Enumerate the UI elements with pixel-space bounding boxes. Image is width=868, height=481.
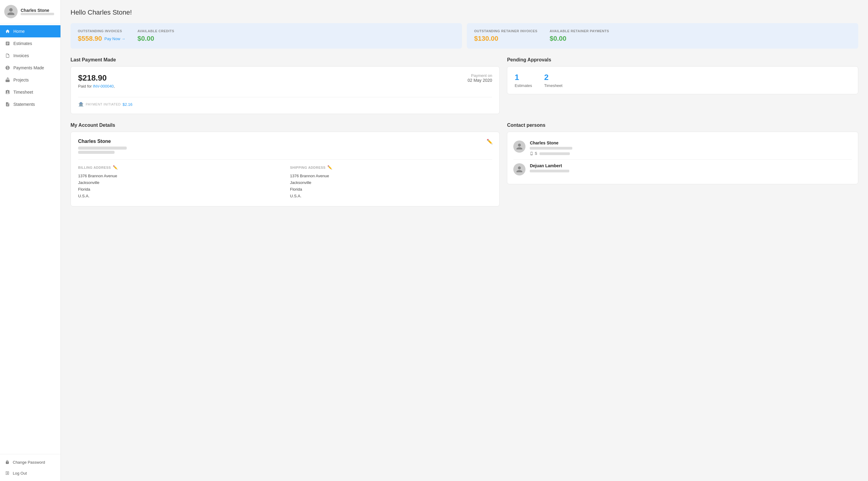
contact-persons-col: Contact persons Charles Stone S bbox=[507, 123, 858, 206]
last-payment-top: $218.90 Paid for INV-000040, Payment on … bbox=[78, 73, 492, 93]
contact-avatar-charles bbox=[513, 141, 525, 153]
contact-person-dejuan: Dejuan Lambert bbox=[513, 159, 852, 179]
payments-icon bbox=[5, 65, 10, 70]
sidebar-user-info: Charles Stone bbox=[21, 8, 54, 15]
outstanding-invoices-value: $558.90 Pay Now → bbox=[78, 35, 125, 42]
main-content: Hello Charles Stone! OUTSTANDING INVOICE… bbox=[61, 0, 868, 481]
sidebar-item-change-password[interactable]: Change Password bbox=[0, 457, 60, 468]
sidebar-nav: Home Estimates Invoices Payments Made bbox=[0, 23, 60, 454]
edit-shipping-button[interactable]: ✏️ bbox=[327, 165, 333, 170]
last-payment-left: $218.90 Paid for INV-000040, bbox=[78, 73, 115, 93]
sidebar-item-payments[interactable]: Payments Made bbox=[0, 62, 60, 74]
address-row: BILLING ADDRESS ✏️ 1376 Brannon AvenueJa… bbox=[78, 159, 492, 200]
projects-icon bbox=[5, 77, 10, 83]
pay-now-link[interactable]: Pay Now → bbox=[104, 36, 126, 41]
phone-blur bbox=[539, 152, 570, 155]
dejuan-email-blur bbox=[530, 170, 569, 172]
avatar bbox=[4, 5, 18, 18]
sidebar-item-statements[interactable]: Statements bbox=[0, 98, 60, 110]
two-col-payment: Last Payment Made $218.90 Paid for INV-0… bbox=[70, 57, 858, 114]
sidebar-email bbox=[21, 13, 54, 15]
account-details-col: My Account Details Charles Stone ✏️ BILL… bbox=[70, 123, 500, 206]
account-info-line-2 bbox=[78, 151, 115, 154]
last-payment-col: Last Payment Made $218.90 Paid for INV-0… bbox=[70, 57, 500, 114]
estimates-icon bbox=[5, 41, 10, 46]
pending-approvals-card: 1 Estimates 2 Timesheet bbox=[507, 66, 858, 94]
sidebar-item-projects[interactable]: Projects bbox=[0, 74, 60, 86]
edit-account-button[interactable]: ✏️ bbox=[487, 139, 493, 144]
sidebar-item-estimates[interactable]: Estimates bbox=[0, 37, 60, 50]
contact-avatar-dejuan bbox=[513, 163, 525, 175]
billing-address-lines: 1376 Brannon AvenueJacksonvilleFloridaU.… bbox=[78, 173, 280, 200]
statements-icon bbox=[5, 101, 10, 107]
last-payment-card: $218.90 Paid for INV-000040, Payment on … bbox=[70, 66, 500, 114]
bank-icon: 🏦 bbox=[78, 101, 84, 107]
pending-estimates-item: 1 Estimates bbox=[515, 73, 532, 88]
payment-initiated-row: 🏦 PAYMENT INITIATED $2.16 bbox=[78, 97, 492, 107]
summary-row: OUTSTANDING INVOICES $558.90 Pay Now → A… bbox=[70, 23, 858, 49]
sidebar-item-invoices[interactable]: Invoices bbox=[0, 50, 60, 62]
shipping-address-lines: 1376 Brannon AvenueJacksonvilleFloridaU.… bbox=[290, 173, 492, 200]
page-greeting: Hello Charles Stone! bbox=[70, 8, 858, 17]
contact-person-charles: Charles Stone S bbox=[513, 137, 852, 159]
last-payment-right: Payment on 02 May 2020 bbox=[467, 73, 492, 83]
two-col-account: My Account Details Charles Stone ✏️ BILL… bbox=[70, 123, 858, 206]
outstanding-invoices-item: OUTSTANDING INVOICES $558.90 Pay Now → bbox=[78, 29, 125, 42]
contact-email-blur bbox=[530, 147, 572, 150]
logout-icon bbox=[5, 471, 10, 476]
pending-approvals-col: Pending Approvals 1 Estimates 2 Timeshee… bbox=[507, 57, 858, 114]
invoice-link[interactable]: INV-000040 bbox=[93, 84, 114, 88]
edit-billing-button[interactable]: ✏️ bbox=[113, 165, 118, 170]
available-retainer-item: AVAILABLE RETAINER PAYMENTS $0.00 bbox=[550, 29, 609, 42]
account-details-card: Charles Stone ✏️ BILLING ADDRESS ✏️ 1376… bbox=[70, 132, 500, 206]
available-credits-item: AVAILABLE CREDITS $0.00 bbox=[137, 29, 174, 42]
summary-card-invoices: OUTSTANDING INVOICES $558.90 Pay Now → A… bbox=[70, 23, 462, 49]
summary-card-retainer: OUTSTANDING RETAINER INVOICES $130.00 AV… bbox=[467, 23, 858, 49]
sidebar: Charles Stone Home Estimates Invoices bbox=[0, 0, 61, 481]
pending-timesheet-item: 2 Timesheet bbox=[544, 73, 562, 88]
contact-info-charles: Charles Stone S bbox=[530, 141, 852, 156]
sidebar-item-home[interactable]: Home bbox=[0, 25, 60, 37]
shipping-address-col: SHIPPING ADDRESS ✏️ 1376 Brannon AvenueJ… bbox=[290, 165, 492, 200]
contact-info-dejuan: Dejuan Lambert bbox=[530, 163, 852, 174]
contact-phone: S bbox=[530, 151, 852, 156]
account-info-line-1 bbox=[78, 147, 127, 150]
sidebar-item-timesheet[interactable]: Timesheet bbox=[0, 86, 60, 98]
lock-icon bbox=[5, 460, 10, 464]
contact-persons-card: Charles Stone S Dejua bbox=[507, 132, 858, 184]
sidebar-header: Charles Stone bbox=[0, 0, 60, 23]
invoices-icon bbox=[5, 53, 10, 58]
sidebar-item-log-out[interactable]: Log Out bbox=[0, 468, 60, 479]
billing-address-col: BILLING ADDRESS ✏️ 1376 Brannon AvenueJa… bbox=[78, 165, 280, 200]
timesheet-icon bbox=[5, 89, 10, 95]
sidebar-bottom: Change Password Log Out bbox=[0, 454, 60, 481]
last-payment-desc: Paid for INV-000040, bbox=[78, 84, 115, 88]
sidebar-username: Charles Stone bbox=[21, 8, 54, 13]
home-icon bbox=[5, 29, 10, 34]
outstanding-retainer-item: OUTSTANDING RETAINER INVOICES $130.00 bbox=[474, 29, 537, 42]
